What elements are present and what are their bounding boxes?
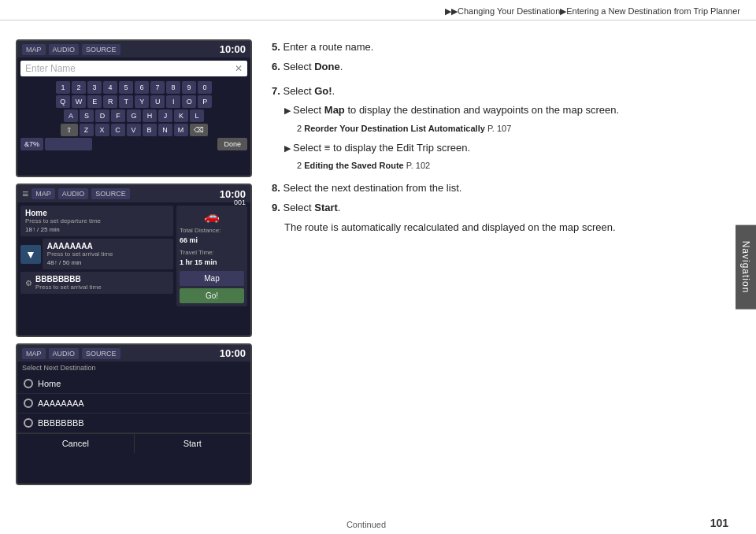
- route-content: Home Press to set departure time 18↑ / 2…: [17, 202, 250, 310]
- key-j[interactable]: J: [158, 109, 172, 122]
- key-g[interactable]: G: [127, 109, 141, 122]
- key-v[interactable]: V: [127, 124, 141, 136]
- arrow-right-icon2: ▶: [284, 143, 293, 153]
- key-shift[interactable]: ⇧: [61, 124, 78, 136]
- key-h[interactable]: H: [143, 109, 157, 122]
- left-panels: MAP AUDIO SOURCE 10:00 Enter Name ✕ 1 2 …: [0, 24, 260, 534]
- route-item-aaa[interactable]: AAAAAAAA Press to set arrival time 48↑ /…: [43, 239, 173, 269]
- tab-map[interactable]: MAP: [22, 44, 46, 55]
- reorder-icon: 2: [297, 124, 304, 133]
- key-e[interactable]: E: [87, 95, 102, 108]
- total-distance-value: 66 mi: [180, 236, 244, 244]
- dest-item-bbb[interactable]: BBBBBBBB: [17, 413, 250, 433]
- dest-header: Select Next Destination: [17, 362, 250, 374]
- key-w[interactable]: W: [72, 95, 87, 108]
- step6-bold: Done: [314, 61, 340, 72]
- key-m[interactable]: M: [174, 124, 188, 136]
- key-backspace[interactable]: ⌫: [190, 124, 208, 136]
- key-o[interactable]: O: [182, 95, 196, 108]
- step7-sub2-text: Select ≡ to display the Edit Trip screen…: [293, 142, 470, 154]
- route-item-home[interactable]: Home Press to set departure time 18↑ / 2…: [20, 206, 173, 236]
- step9-punct: .: [338, 202, 341, 213]
- start-button[interactable]: Start: [135, 434, 251, 453]
- step9-sub: The route is automatically recalculated …: [284, 220, 717, 236]
- breadcrumb-text: ▶▶Changing Your Destination▶Entering a N…: [445, 6, 740, 16]
- key-3[interactable]: 3: [87, 81, 102, 94]
- page-number: 101: [710, 517, 728, 529]
- step7-bold: Go!: [314, 85, 332, 97]
- key-0[interactable]: 0: [198, 81, 212, 94]
- step9-bold: Start: [314, 202, 338, 213]
- panel2-tab-source[interactable]: SOURCE: [91, 188, 130, 199]
- key-8[interactable]: 8: [166, 81, 180, 94]
- key-l[interactable]: L: [190, 109, 204, 122]
- arrow-right-icon: ▶: [284, 106, 293, 115]
- key-9[interactable]: 9: [182, 81, 196, 94]
- key-1[interactable]: 1: [56, 81, 70, 94]
- panel3-tab-audio[interactable]: AUDIO: [49, 348, 80, 359]
- key-done[interactable]: Done: [217, 138, 247, 150]
- key-k[interactable]: K: [174, 109, 188, 122]
- key-c[interactable]: C: [111, 124, 125, 136]
- step5: 5. Enter a route name.: [272, 39, 717, 56]
- key-f[interactable]: F: [111, 109, 125, 122]
- key-a[interactable]: A: [64, 109, 78, 122]
- panel3-time: 10:00: [220, 347, 246, 359]
- dest-item-home[interactable]: Home: [17, 374, 250, 394]
- key-4[interactable]: 4: [103, 81, 117, 94]
- cancel-button[interactable]: Cancel: [17, 434, 135, 453]
- route-item-bbb[interactable]: ⚙ BBBBBBBB Press to set arrival time: [20, 272, 173, 294]
- key-q[interactable]: Q: [56, 95, 70, 108]
- panel3-tab-source[interactable]: SOURCE: [82, 348, 120, 359]
- editing-link: Editing the Saved Route: [304, 161, 404, 170]
- step7-punct: .: [332, 85, 335, 97]
- key-r[interactable]: R: [103, 95, 117, 108]
- key-symbols[interactable]: &7%: [20, 138, 43, 150]
- step6-text: Select: [283, 61, 314, 72]
- step7-sub1-bold: Map: [324, 104, 345, 116]
- route-left: Home Press to set departure time 18↑ / 2…: [20, 206, 173, 306]
- dest-circle-bbb: [24, 418, 33, 428]
- key-row-q: Q W E R T Y U I O P: [20, 95, 247, 108]
- key-x[interactable]: X: [95, 124, 109, 136]
- key-s[interactable]: S: [80, 109, 94, 122]
- key-i[interactable]: I: [166, 95, 180, 108]
- map-button[interactable]: Map: [180, 271, 244, 286]
- dest-item-aaa[interactable]: AAAAAAAA: [17, 394, 250, 413]
- key-b[interactable]: B: [143, 124, 157, 136]
- menu-icon-bold: ≡: [324, 142, 331, 154]
- panel2-tab-audio[interactable]: AUDIO: [58, 188, 89, 199]
- key-d[interactable]: D: [95, 109, 109, 122]
- keyboard-clear-icon[interactable]: ✕: [235, 63, 243, 74]
- step7-sub2-ref: 2 Editing the Saved Route P. 102: [297, 159, 717, 172]
- tab-source[interactable]: SOURCE: [82, 44, 120, 55]
- keyboard-input-row[interactable]: Enter Name ✕: [20, 61, 247, 76]
- key-space[interactable]: [45, 138, 92, 150]
- key-6[interactable]: 6: [135, 81, 149, 94]
- key-n[interactable]: N: [158, 124, 172, 136]
- key-p[interactable]: P: [198, 95, 212, 108]
- panel3-tab-map[interactable]: MAP: [22, 348, 46, 359]
- key-t[interactable]: T: [119, 95, 133, 108]
- go-button[interactable]: Go!: [180, 288, 244, 303]
- panel2-tab-map[interactable]: MAP: [32, 188, 55, 199]
- route-home-name: Home: [25, 209, 169, 217]
- hamburger-icon[interactable]: ≡: [22, 187, 28, 200]
- key-7[interactable]: 7: [150, 81, 165, 94]
- key-z[interactable]: Z: [80, 124, 94, 136]
- panel2-top-inner: ≡ MAP AUDIO SOURCE 10:00 001: [22, 187, 246, 200]
- panel2-top-bar: ≡ MAP AUDIO SOURCE 10:00 001: [17, 185, 250, 202]
- dest-name-aaa: AAAAAAAA: [38, 399, 84, 408]
- route-aaa-sub: Press to set arrival time: [47, 250, 169, 258]
- step8-text: Select the next destination from the lis…: [283, 182, 461, 194]
- key-y[interactable]: Y: [135, 95, 149, 108]
- tab-audio[interactable]: AUDIO: [49, 44, 80, 55]
- route-bbb-name: BBBBBBBB: [35, 275, 102, 284]
- down-arrow-icon[interactable]: ▼: [20, 245, 41, 264]
- dest-buttons: Cancel Start: [17, 433, 250, 453]
- dest-name-bbb: BBBBBBBB: [38, 418, 84, 428]
- step8: 8. Select the next destination from the …: [272, 180, 717, 197]
- key-2[interactable]: 2: [72, 81, 86, 94]
- key-u[interactable]: U: [150, 95, 165, 108]
- key-5[interactable]: 5: [119, 81, 133, 94]
